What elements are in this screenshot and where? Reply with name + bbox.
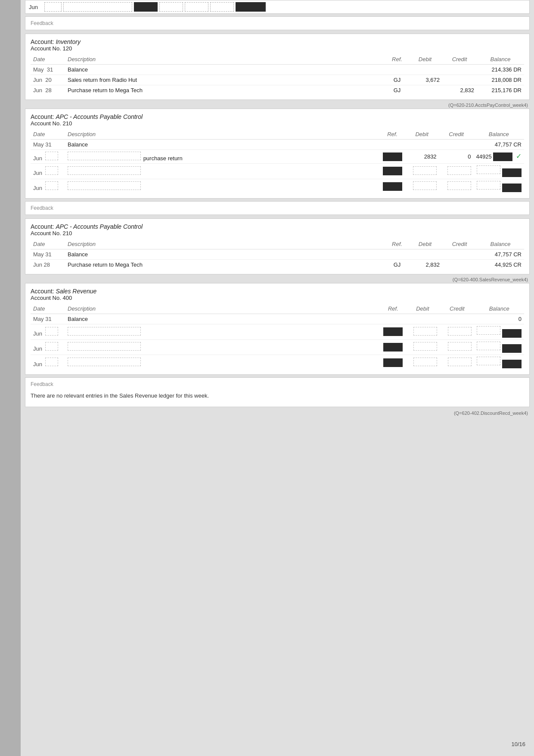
cell-debit[interactable]: 2832: [405, 150, 439, 164]
cell-description[interactable]: [65, 164, 380, 179]
table-row[interactable]: Jun purchase return 2832 0 44925: [31, 150, 524, 164]
inventory-table-header: Date Description Ref. Debit Credit Balan…: [31, 54, 524, 65]
apc2-col-ref: Ref.: [386, 239, 408, 249]
input-cell[interactable]: [477, 181, 500, 190]
cell-ref[interactable]: [380, 150, 405, 164]
top-input-2[interactable]: [63, 2, 132, 12]
cell-description: Balance: [65, 140, 380, 150]
input-cell[interactable]: [68, 181, 141, 190]
cell-ref[interactable]: [380, 179, 405, 194]
input-cell[interactable]: [448, 342, 472, 351]
cell-description[interactable]: [65, 355, 381, 370]
table-row[interactable]: Jun: [31, 179, 524, 194]
input-cell[interactable]: [447, 166, 471, 175]
cell-balance[interactable]: [474, 324, 524, 340]
input-cell[interactable]: [45, 358, 58, 366]
top-input-1[interactable]: [44, 2, 62, 12]
input-cell[interactable]: [477, 326, 500, 335]
dark-block: [502, 344, 522, 353]
table-row[interactable]: Jun: [31, 355, 524, 370]
cell-description[interactable]: [65, 179, 380, 194]
apc2-table-header: Date Description Ref. Debit Credit Balan…: [31, 239, 524, 249]
cell-date[interactable]: Jun: [31, 324, 65, 340]
cell-debit[interactable]: [405, 339, 440, 355]
cell-date[interactable]: Jun: [31, 164, 65, 179]
cell-date[interactable]: Jun: [31, 355, 65, 370]
cell-credit[interactable]: [440, 355, 474, 370]
cell-ref[interactable]: [380, 164, 405, 179]
left-sidebar: [0, 0, 21, 756]
cell-credit[interactable]: [439, 179, 474, 194]
input-cell[interactable]: [68, 166, 141, 175]
cell-credit[interactable]: [440, 324, 474, 340]
feedback-box-3: Feedback There are no relevant entries i…: [25, 377, 530, 407]
cell-balance[interactable]: [474, 355, 524, 370]
cell-date: Jun 20: [31, 75, 65, 85]
cell-ref: [381, 314, 405, 324]
table-row[interactable]: Jun: [31, 164, 524, 179]
cell-ref[interactable]: [381, 355, 405, 370]
feedback-box-1: Feedback: [25, 16, 530, 30]
input-cell[interactable]: [413, 358, 437, 366]
input-cell[interactable]: [477, 357, 500, 365]
input-cell[interactable]: [68, 152, 141, 160]
input-cell[interactable]: [477, 165, 500, 174]
sales-ledger-table: Date Description Ref. Debit Credit Balan…: [31, 304, 524, 370]
cell-debit[interactable]: [405, 179, 439, 194]
input-cell[interactable]: [413, 181, 437, 190]
cell-credit[interactable]: 0: [439, 150, 474, 164]
cell-credit[interactable]: [440, 339, 474, 355]
input-cell[interactable]: [45, 327, 58, 336]
cell-balance[interactable]: [474, 164, 524, 179]
input-cell[interactable]: [68, 342, 141, 351]
cell-description: Balance: [65, 314, 381, 324]
cell-debit[interactable]: [405, 355, 440, 370]
cell-balance[interactable]: 44925 ✓: [474, 150, 524, 164]
table-row[interactable]: Jun: [31, 324, 524, 340]
input-cell[interactable]: [68, 358, 141, 366]
cell-date: May 31: [31, 65, 65, 75]
input-cell[interactable]: [68, 327, 141, 336]
top-input-5[interactable]: [210, 2, 234, 12]
cell-ref: [386, 249, 408, 260]
col-header-desc: Description: [65, 54, 386, 65]
apc1-table-body: May 31 Balance 47,757 CR Jun purchase re…: [31, 140, 524, 194]
sales-table-body: May 31 Balance 0 Jun: [31, 314, 524, 370]
cell-balance[interactable]: [474, 339, 524, 355]
cell-description[interactable]: purchase return: [65, 150, 380, 164]
cell-debit[interactable]: [405, 164, 439, 179]
cell-description: Purchase return to Mega Tech: [65, 260, 386, 270]
input-cell[interactable]: [45, 166, 58, 175]
input-cell[interactable]: [45, 181, 58, 190]
table-row[interactable]: Jun: [31, 339, 524, 355]
cell-credit: [442, 65, 477, 75]
top-input-4[interactable]: [185, 2, 208, 12]
apc1-col-credit: Credit: [439, 129, 474, 140]
input-cell[interactable]: [413, 342, 437, 351]
cell-debit[interactable]: [405, 324, 440, 340]
input-cell[interactable]: [448, 327, 472, 336]
cell-ref[interactable]: [381, 339, 405, 355]
top-input-3[interactable]: [159, 2, 183, 12]
input-cell[interactable]: [448, 358, 472, 366]
input-cell[interactable]: [413, 327, 437, 336]
cell-balance[interactable]: [474, 179, 524, 194]
cell-description[interactable]: [65, 324, 381, 340]
cell-date[interactable]: Jun: [31, 150, 65, 164]
dark-block: [502, 184, 522, 192]
col-header-ref: Ref.: [386, 54, 408, 65]
sales-col-date: Date: [31, 304, 65, 314]
cell-credit[interactable]: [439, 164, 474, 179]
cell-date[interactable]: Jun: [31, 339, 65, 355]
input-cell[interactable]: [45, 342, 58, 351]
cell-date[interactable]: Jun: [31, 179, 65, 194]
input-cell[interactable]: [447, 181, 471, 190]
cell-credit: [442, 249, 477, 260]
input-cell[interactable]: [477, 342, 500, 350]
input-cell[interactable]: [45, 152, 58, 160]
sales-account-header: Account: Sales Revenue Account No. 400: [31, 288, 524, 301]
cell-ref[interactable]: [381, 324, 405, 340]
dark-block: [383, 167, 402, 175]
cell-description[interactable]: [65, 339, 381, 355]
input-cell[interactable]: [413, 166, 437, 175]
